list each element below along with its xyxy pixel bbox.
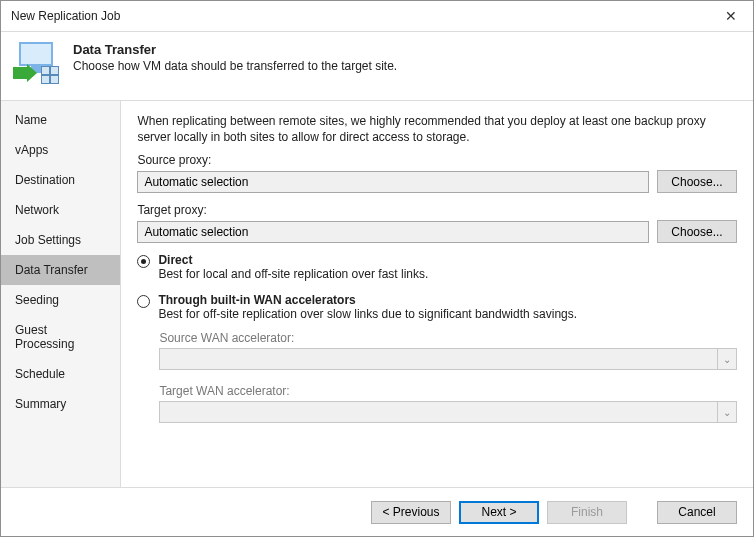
finish-button: Finish <box>547 501 627 524</box>
wan-accelerator-block: Source WAN accelerator: ⌄ Target WAN acc… <box>159 331 737 423</box>
source-proxy-label: Source proxy: <box>137 153 737 167</box>
sidebar-item-job-settings[interactable]: Job Settings <box>1 225 120 255</box>
target-proxy-input: Automatic selection <box>137 221 649 243</box>
previous-button[interactable]: < Previous <box>371 501 451 524</box>
target-proxy-value: Automatic selection <box>144 225 248 239</box>
cancel-button[interactable]: Cancel <box>657 501 737 524</box>
radio-wan[interactable]: Through built-in WAN accelerators Best f… <box>137 293 737 321</box>
intro-text: When replicating between remote sites, w… <box>137 113 737 145</box>
close-icon[interactable]: ✕ <box>708 1 753 31</box>
sidebar-item-vapps[interactable]: vApps <box>1 135 120 165</box>
radio-wan-icon <box>137 295 150 308</box>
sidebar-item-name[interactable]: Name <box>1 105 120 135</box>
radio-direct-title: Direct <box>158 253 428 267</box>
sidebar-item-summary[interactable]: Summary <box>1 389 120 419</box>
wan-target-select: ⌄ <box>159 401 737 423</box>
wizard-footer: < Previous Next > Finish Cancel <box>1 488 753 536</box>
wan-source-select: ⌄ <box>159 348 737 370</box>
source-proxy-input: Automatic selection <box>137 171 649 193</box>
wizard-sidebar: Name vApps Destination Network Job Setti… <box>1 101 121 487</box>
sidebar-item-network[interactable]: Network <box>1 195 120 225</box>
choose-target-proxy-button[interactable]: Choose... <box>657 220 737 243</box>
wizard-body: Name vApps Destination Network Job Setti… <box>1 100 753 488</box>
step-title: Data Transfer <box>73 42 397 57</box>
radio-direct-desc: Best for local and off-site replication … <box>158 267 428 281</box>
wan-source-label: Source WAN accelerator: <box>159 331 737 345</box>
data-transfer-icon <box>15 42 59 86</box>
wizard-header: Data Transfer Choose how VM data should … <box>1 32 753 100</box>
radio-wan-title: Through built-in WAN accelerators <box>158 293 577 307</box>
sidebar-item-schedule[interactable]: Schedule <box>1 359 120 389</box>
chevron-down-icon: ⌄ <box>717 349 736 369</box>
radio-direct-icon <box>137 255 150 268</box>
radio-wan-desc: Best for off-site replication over slow … <box>158 307 577 321</box>
wizard-content: When replicating between remote sites, w… <box>121 101 753 487</box>
target-proxy-label: Target proxy: <box>137 203 737 217</box>
source-proxy-value: Automatic selection <box>144 175 248 189</box>
radio-direct[interactable]: Direct Best for local and off-site repli… <box>137 253 737 281</box>
sidebar-item-seeding[interactable]: Seeding <box>1 285 120 315</box>
wan-target-label: Target WAN accelerator: <box>159 384 737 398</box>
choose-source-proxy-button[interactable]: Choose... <box>657 170 737 193</box>
step-subtitle: Choose how VM data should be transferred… <box>73 59 397 73</box>
sidebar-item-data-transfer[interactable]: Data Transfer <box>1 255 120 285</box>
window-title: New Replication Job <box>11 9 120 23</box>
titlebar: New Replication Job ✕ <box>1 1 753 32</box>
svg-marker-0 <box>13 64 37 82</box>
sidebar-item-destination[interactable]: Destination <box>1 165 120 195</box>
chevron-down-icon: ⌄ <box>717 402 736 422</box>
wizard-window: New Replication Job ✕ Data Transfer Choo… <box>0 0 754 537</box>
next-button[interactable]: Next > <box>459 501 539 524</box>
sidebar-item-guest-processing[interactable]: Guest Processing <box>1 315 120 359</box>
